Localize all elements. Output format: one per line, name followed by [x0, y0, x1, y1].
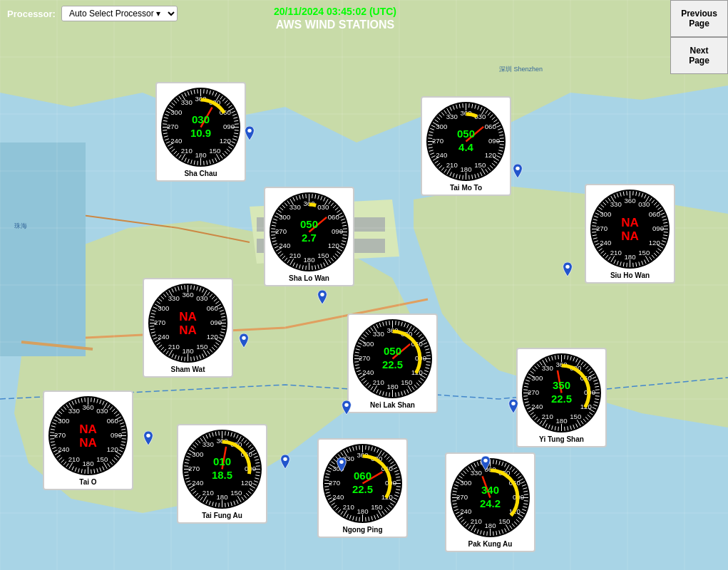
svg-point-3: [565, 265, 569, 269]
map-pin-3: [562, 262, 573, 276]
station-name-tai_mo_to: Tai Mo To: [425, 184, 507, 192]
station-tai_mo_to: Tai Mo To: [421, 96, 511, 196]
station-name-sha_lo_wan: Sha Lo Wan: [268, 274, 350, 282]
map-pin-9: [336, 457, 347, 472]
station-name-ngong_ping: Ngong Ping: [322, 526, 404, 534]
svg-point-4: [242, 336, 245, 340]
station-tai_fung_au: Tai Fung Au: [177, 424, 267, 524]
gauge-tai_o: [47, 395, 129, 477]
nav-panel: PreviousPage NextPage: [670, 0, 728, 74]
prev-page-button[interactable]: PreviousPage: [670, 0, 728, 37]
station-name-sham_wat: Sham Wat: [147, 366, 229, 373]
station-tai_o: Tai O: [43, 390, 133, 490]
processor-bar: Processor: Auto Select Processor ▾: [7, 6, 178, 21]
station-name-pak_kung_au: Pak Kung Au: [449, 540, 531, 548]
station-nei_lak_shan: Nei Lak Shan: [347, 314, 438, 413]
svg-point-9: [339, 460, 343, 464]
processor-label: Processor:: [7, 9, 56, 19]
gauge-nei_lak_shan: [352, 318, 434, 400]
svg-point-1: [516, 167, 519, 170]
processor-select[interactable]: Auto Select Processor ▾: [61, 6, 178, 21]
station-name-tai_o: Tai O: [47, 478, 129, 486]
svg-point-6: [511, 402, 515, 405]
station-name-siu_ho_wan: Siu Ho Wan: [589, 271, 671, 279]
map-pin-4: [238, 333, 250, 348]
station-name-sha_chau: Sha Chau: [160, 170, 242, 177]
gauge-siu_ho_wan: [589, 188, 671, 270]
map-pin-0: [244, 126, 255, 140]
gauge-sham_wat: [147, 282, 229, 364]
svg-point-10: [483, 459, 487, 462]
gauge-tai_fung_au: [181, 428, 263, 510]
svg-point-0: [247, 129, 251, 133]
svg-point-2: [320, 293, 324, 296]
map-pin-6: [508, 399, 519, 413]
station-name-nei_lak_shan: Nei Lak Shan: [352, 401, 434, 409]
svg-point-8: [283, 457, 287, 461]
map-pin-2: [317, 290, 328, 304]
station-sha_lo_wan: Sha Lo Wan: [264, 187, 354, 286]
station-yi_tung_shan: Yi Tung Shan: [516, 348, 607, 447]
station-siu_ho_wan: Siu Ho Wan: [585, 184, 675, 284]
svg-point-7: [146, 434, 150, 437]
svg-point-5: [344, 403, 348, 407]
gauge-sha_lo_wan: [268, 191, 350, 273]
next-page-button[interactable]: NextPage: [670, 37, 728, 74]
station-name-yi_tung_shan: Yi Tung Shan: [521, 435, 603, 443]
map-pin-10: [480, 456, 491, 470]
station-ngong_ping: Ngong Ping: [317, 438, 408, 538]
station-name-tai_fung_au: Tai Fung Au: [181, 512, 263, 519]
station-sha_chau: Sha Chau: [155, 82, 246, 182]
gauge-yi_tung_shan: [521, 352, 603, 434]
map-pin-1: [512, 164, 523, 178]
gauge-ngong_ping: [322, 442, 404, 524]
gauge-sha_chau: [160, 86, 242, 168]
map-pin-5: [341, 400, 352, 415]
map-pin-8: [280, 455, 291, 469]
map-pin-7: [143, 431, 154, 445]
gauge-tai_mo_to: [425, 100, 507, 182]
station-sham_wat: Sham Wat: [143, 278, 233, 378]
